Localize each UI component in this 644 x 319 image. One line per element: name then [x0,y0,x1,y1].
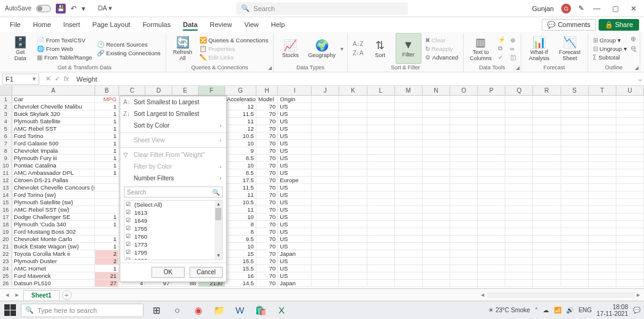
cell[interactable] [478,118,505,125]
cell[interactable] [561,272,589,279]
sort-asc-button[interactable]: A↓Z [351,40,365,48]
cell[interactable]: 2 [95,250,119,257]
cell[interactable] [312,221,339,228]
cell[interactable]: 1 [95,236,119,242]
row-head[interactable]: 12 [0,177,12,183]
cell[interactable]: 12 [225,103,256,110]
cell[interactable]: US [278,162,312,169]
sheet-nav-prev[interactable]: ◂ [4,291,11,299]
cell[interactable] [423,258,450,264]
cell[interactable] [533,280,561,286]
taskbar-search[interactable]: 🔍Type here to search [21,304,144,317]
cell[interactable] [450,184,478,191]
cell[interactable]: Ford Maverick [12,272,95,279]
cell[interactable] [478,110,505,117]
cell[interactable]: Plymouth 'Cuda 340 [12,221,95,228]
reapply-button[interactable]: ↻Reapply [424,45,459,53]
cell[interactable] [589,133,616,139]
cell[interactable] [339,243,367,250]
cell[interactable]: 70 [256,280,278,286]
cell[interactable] [95,191,119,198]
cell[interactable] [312,258,339,264]
filter-button[interactable]: ▼Filter [396,33,421,64]
wifi-icon[interactable]: 📶 [554,307,561,313]
cell[interactable]: 1 [95,118,119,125]
cell[interactable] [312,162,339,169]
consolidate-button[interactable]: ⊕ [509,36,517,44]
cell[interactable] [395,206,423,213]
cell[interactable] [450,110,478,117]
cell[interactable] [616,250,644,257]
cell[interactable] [339,177,367,183]
cell[interactable]: US [278,184,312,191]
cell[interactable] [395,213,423,220]
cell[interactable] [450,206,478,213]
cell[interactable]: Toyota Corolla Mark ii [12,250,95,257]
cell[interactable]: 11.5 [225,110,256,117]
cell[interactable] [339,133,367,139]
cell[interactable] [589,280,616,286]
tray-toggle-icon[interactable]: ˄ [535,307,538,313]
notifications-icon[interactable]: 💬 [633,307,640,313]
cell[interactable] [423,280,450,286]
recent-sources-button[interactable]: 🕑Recent Sources [96,40,162,48]
data-validation-button[interactable]: ✓ [497,53,507,61]
cell[interactable] [589,191,616,198]
cell[interactable] [423,265,450,272]
cell[interactable] [561,118,589,125]
cell[interactable] [395,236,423,242]
cell[interactable] [589,118,616,125]
close-icon[interactable]: ✕ [628,4,639,13]
cell[interactable]: Pontiac Catalina [12,162,95,169]
cell[interactable] [450,258,478,264]
cell[interactable] [478,169,505,176]
cell[interactable] [339,213,367,220]
cell[interactable]: 70 [256,206,278,213]
cell[interactable] [423,133,450,139]
cell[interactable] [450,280,478,286]
cell[interactable]: US [278,191,312,198]
cell[interactable] [561,177,589,183]
cell[interactable] [505,213,533,220]
cell[interactable] [423,191,450,198]
cell[interactable] [395,191,423,198]
cell[interactable] [478,199,505,206]
cell[interactable] [616,155,644,161]
cell[interactable]: US [278,228,312,235]
cell[interactable] [561,96,589,102]
cell[interactable]: AMC Hornet [12,265,95,272]
cell[interactable] [616,213,644,220]
cell[interactable]: US [278,236,312,242]
cell[interactable] [312,206,339,213]
cell[interactable]: 27 [95,280,119,286]
cell[interactable] [339,199,367,206]
cell[interactable] [450,199,478,206]
cell[interactable] [395,103,423,110]
horizontal-scroll-right-icon[interactable]: ▸ [637,291,640,299]
cell[interactable] [450,243,478,250]
cell[interactable] [450,265,478,272]
cell[interactable]: 2 [95,258,119,264]
cell[interactable] [367,250,395,257]
filter-item[interactable]: 1800 [125,256,222,260]
cell[interactable]: 70 [256,221,278,228]
cell[interactable] [312,272,339,279]
cell[interactable]: Car [12,96,95,102]
collapse-ribbon-icon[interactable]: ⌃ [632,48,638,56]
cell[interactable] [478,191,505,198]
cell[interactable] [367,140,395,147]
cell[interactable]: 70 [256,177,278,183]
cell[interactable] [533,162,561,169]
from-text-csv-button[interactable]: 📄From Text/CSV [36,36,93,44]
cell[interactable] [423,110,450,117]
cell[interactable] [312,228,339,235]
row-head[interactable]: 18 [0,221,12,228]
cell[interactable] [589,147,616,154]
cell[interactable] [561,155,589,161]
flash-fill-button[interactable]: ⚡ [497,36,507,44]
cell[interactable] [367,199,395,206]
cell[interactable] [395,250,423,257]
cell[interactable] [450,213,478,220]
cell[interactable] [450,147,478,154]
cell[interactable]: 70 [256,118,278,125]
